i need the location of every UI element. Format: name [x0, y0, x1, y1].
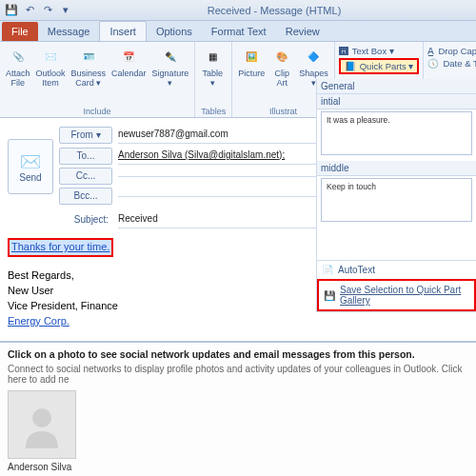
group-label-include: Include — [6, 105, 188, 116]
autotext-icon: 📄 — [322, 265, 333, 275]
tab-file[interactable]: File — [2, 22, 38, 41]
pen-icon: ✒️ — [159, 45, 182, 68]
send-button[interactable]: ✉️ Send — [8, 139, 53, 194]
tab-review[interactable]: Review — [276, 22, 329, 41]
dropcap-button[interactable]: A̲Drop Cap ▾ — [427, 46, 476, 56]
save-selection-icon: 💾 — [324, 290, 335, 301]
save-icon[interactable]: 💾 — [4, 3, 19, 18]
table-button[interactable]: ▦Table▾ — [201, 45, 224, 89]
qp-item-middle[interactable]: Keep in touch — [321, 178, 472, 222]
send-icon: ✉️ — [20, 151, 41, 172]
selected-text[interactable]: Thanks for your time. — [8, 238, 113, 257]
tab-insert[interactable]: Insert — [99, 21, 147, 41]
title-bar: 💾 ↶ ↷ ▾ Received - Message (HTML) — [0, 0, 476, 21]
cc-button[interactable]: Cc... — [59, 168, 112, 185]
clock-icon: 🕔 — [427, 58, 439, 69]
contact-avatar[interactable] — [8, 390, 76, 459]
tab-options[interactable]: Options — [147, 22, 202, 41]
quickparts-icon: 📘 — [345, 61, 356, 71]
qp-category-middle: middle — [317, 161, 476, 176]
group-tables: ▦Table▾ Tables — [195, 42, 232, 117]
save-selection-menu[interactable]: 💾Save Selection to Quick Part Gallery — [317, 279, 476, 311]
clipart-icon: 🎨 — [270, 45, 293, 68]
window-title: Received - Message (HTML) — [76, 5, 472, 16]
attach-file-button[interactable]: 📎AttachFile — [6, 45, 30, 89]
tab-format-text[interactable]: Format Text — [202, 22, 276, 41]
business-card-button[interactable]: 🪪BusinessCard ▾ — [71, 45, 107, 89]
card-icon: 🪪 — [77, 45, 100, 68]
textbox-button[interactable]: 🅰Text Box ▾ — [339, 46, 420, 56]
to-button[interactable]: To... — [59, 148, 112, 165]
quick-parts-button[interactable]: 📘Quick Parts ▾ — [339, 58, 420, 74]
signature-line-4[interactable]: Energy Corp. — [8, 314, 468, 329]
calendar-button[interactable]: 📅Calendar — [111, 45, 147, 89]
quick-parts-pane: General intial It was a pleasure. middle… — [316, 79, 476, 312]
contact-name: Anderson Silva — [8, 462, 468, 472]
group-include: 📎AttachFile ✉️OutlookItem 🪪BusinessCard … — [0, 42, 195, 117]
qp-category-initial: intial — [317, 94, 476, 109]
dropcap-icon: A̲ — [427, 46, 434, 56]
outlook-item-button[interactable]: ✉️OutlookItem — [36, 45, 66, 89]
people-pane: Click on a photo to see social network u… — [0, 341, 476, 476]
qp-item-initial[interactable]: It was a pleasure. — [321, 111, 472, 155]
clipart-button[interactable]: 🎨ClipArt — [270, 45, 293, 89]
person-silhouette-icon — [18, 401, 66, 448]
table-icon: ▦ — [201, 45, 224, 68]
tab-message[interactable]: Message — [38, 22, 100, 41]
shapes-icon: 🔷 — [302, 45, 325, 68]
calendar-icon: 📅 — [117, 45, 140, 68]
qat-dropdown-icon[interactable]: ▾ — [58, 3, 73, 18]
datetime-button[interactable]: 🕔Date & Time — [427, 58, 476, 69]
subject-label: Subject: — [59, 214, 112, 225]
from-button[interactable]: From ▾ — [59, 127, 112, 144]
people-pane-hint: Click on a photo to see social network u… — [8, 348, 468, 360]
ribbon-tabs: File Message Insert Options Format Text … — [0, 21, 476, 42]
group-label-illus: Illustrat — [238, 105, 328, 116]
undo-icon[interactable]: ↶ — [22, 3, 37, 18]
picture-icon: 🖼️ — [240, 45, 263, 68]
picture-button[interactable]: 🖼️Picture — [238, 45, 265, 89]
svg-point-0 — [32, 408, 51, 427]
qp-category-general: General — [317, 79, 476, 94]
bcc-button[interactable]: Bcc... — [59, 188, 112, 205]
group-label-tables: Tables — [201, 105, 226, 116]
textbox-icon: 🅰 — [339, 46, 348, 56]
people-pane-subtext[interactable]: Connect to social networks to display pr… — [8, 364, 468, 385]
signature-button[interactable]: ✒️Signature▾ — [152, 45, 189, 89]
autotext-menu[interactable]: 📄AutoText — [317, 261, 476, 279]
redo-icon[interactable]: ↷ — [40, 3, 55, 18]
envelope-icon: ✉️ — [39, 45, 62, 68]
paperclip-icon: 📎 — [7, 45, 30, 68]
